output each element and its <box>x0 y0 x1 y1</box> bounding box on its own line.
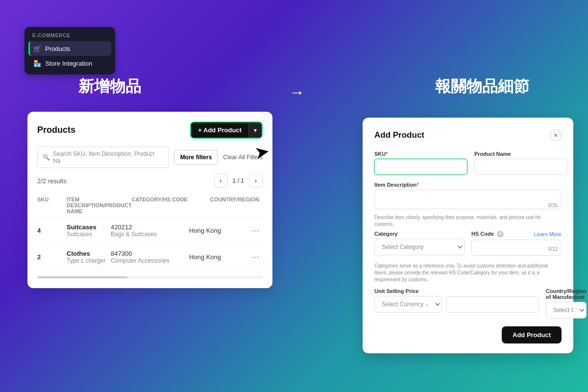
form-row-sku: SKU* Product Name <box>374 151 562 175</box>
hs-code-label: HS Code ? <box>471 231 504 238</box>
col-desc: Item Description/Product Name <box>67 196 132 214</box>
item-desc-wrap: 0/35 <box>374 190 562 211</box>
product-name-label: Product Name <box>474 151 567 157</box>
modal-close-button[interactable]: × <box>550 129 562 141</box>
category-label: Category <box>374 231 465 237</box>
nav-menu: E-COMMERCE 🛒 Products 🏪 Store Integratio… <box>24 27 115 74</box>
product-name-input[interactable] <box>474 159 567 175</box>
hs-label-row: HS Code ? Learn More <box>471 231 562 238</box>
category-select[interactable]: Select Category <box>374 239 465 255</box>
more-filters-button[interactable]: More filters <box>174 150 219 165</box>
item-desc-label: Item Description* <box>374 182 562 188</box>
modal-footer: Add Product <box>374 326 562 343</box>
product-name-field-group: Product Name <box>474 151 567 175</box>
currency-row: Select Currency ⬦ <box>374 296 539 313</box>
table-row: 2 Clothes Type c charger 847300 Computer… <box>37 244 263 270</box>
sku-input[interactable] <box>374 159 467 175</box>
hs-code-input-wrap: 0/12 <box>471 240 562 256</box>
cart-icon: 🛒 <box>33 45 41 52</box>
step-arrow: → <box>289 83 305 101</box>
step-label-add: 新增物品 <box>78 76 141 98</box>
table-header: SKU Item Description/Product Name Catego… <box>37 194 263 218</box>
country-manufacture-label: Country/Region of Manufacture <box>546 288 587 300</box>
form-row-category: Category Select Category HS Code ? Learn… <box>374 231 562 256</box>
row1-cat: 420212 Bags & Suitcases <box>111 223 189 238</box>
pagination-prev[interactable]: ‹ <box>214 174 228 188</box>
sidebar-item-store-integration[interactable]: 🏪 Store Integration <box>28 56 111 71</box>
results-row: 2/2 results ‹ 1 / 1 › <box>37 174 263 188</box>
sidebar-item-products[interactable]: 🛒 Products <box>28 41 111 56</box>
search-placeholder: Search SKU, Item Description, Product Na <box>53 150 164 164</box>
panel-header: Products + Add Product ▾ <box>37 122 263 139</box>
scrollbar-track <box>37 276 263 278</box>
sku-field-group: SKU* <box>374 151 467 175</box>
clear-filters-button[interactable]: Clear All Filters <box>223 154 263 161</box>
category-hint: Categories serve as a reference only. To… <box>374 263 562 283</box>
row1-more-button[interactable]: ··· <box>248 225 263 236</box>
modal-title: Add Product <box>374 130 424 140</box>
col-sku: SKU <box>37 196 67 214</box>
col-country: Country/Region <box>210 196 269 214</box>
modal-add-product-button[interactable]: Add Product <box>502 326 562 343</box>
pagination-current: 1 / 1 <box>230 177 247 184</box>
row1-country: Hong Kong <box>189 227 248 234</box>
country-manufacture-select[interactable]: Select Country/Region <box>546 302 587 318</box>
add-product-dropdown-button[interactable]: ▾ <box>248 123 262 138</box>
price-input[interactable] <box>446 296 539 313</box>
results-count: 2/2 results <box>37 177 67 185</box>
store-icon: 🏪 <box>33 59 41 67</box>
item-desc-input[interactable] <box>374 190 562 209</box>
item-desc-field-group: Item Description* 0/35 Describe item cle… <box>374 182 562 228</box>
hs-code-field-group: HS Code ? Learn More 0/12 <box>471 231 562 256</box>
row2-country: Hong Kong <box>189 253 248 261</box>
col-cat: Category/HS Code <box>132 196 210 214</box>
products-panel: Products + Add Product ▾ 🔍 Search SKU, I… <box>27 112 272 288</box>
step-label-detail: 報關物品細節 <box>435 76 529 98</box>
col-actions <box>269 196 272 214</box>
add-product-button-group[interactable]: + Add Product ▾ <box>190 122 263 139</box>
category-field-group: Category Select Category <box>374 231 465 256</box>
currency-select[interactable]: Select Currency ⬦ <box>374 296 442 313</box>
scrollbar-thumb[interactable] <box>37 276 127 278</box>
hs-code-char-count: 0/12 <box>548 246 558 252</box>
add-product-main-button[interactable]: + Add Product <box>191 122 248 138</box>
search-icon: 🔍 <box>43 154 50 161</box>
form-row-price: Unit Selling Price Select Currency ⬦ Cou… <box>374 288 562 318</box>
sidebar-item-label: Store Integration <box>45 60 92 67</box>
row2-sku: 2 <box>37 253 67 261</box>
row2-cat: 847300 Computer Accessories <box>111 250 189 264</box>
nav-section-label: E-COMMERCE <box>28 31 111 41</box>
sku-label: SKU* <box>374 151 467 157</box>
learn-more-link[interactable]: Learn More <box>534 231 562 237</box>
hs-code-info-icon: ? <box>497 231 504 238</box>
row2-more-button[interactable]: ··· <box>248 252 263 262</box>
country-manufacture-field-group: Country/Region of Manufacture Select Cou… <box>546 288 587 318</box>
row1-desc: Suitcases Suitcases <box>67 223 111 238</box>
item-desc-char-count: 0/35 <box>548 203 558 208</box>
item-desc-hint: Describe item clearly, specifying their … <box>374 214 562 228</box>
unit-price-label: Unit Selling Price <box>374 288 539 294</box>
table-row: 4 Suitcases Suitcases 420212 Bags & Suit… <box>37 218 263 244</box>
panel-title: Products <box>37 125 75 135</box>
search-box[interactable]: 🔍 Search SKU, Item Description, Product … <box>37 147 169 168</box>
unit-price-field-group: Unit Selling Price Select Currency ⬦ <box>374 288 539 318</box>
pagination: ‹ 1 / 1 › <box>214 174 263 188</box>
pagination-next[interactable]: › <box>249 174 263 188</box>
row1-sku: 4 <box>37 227 67 234</box>
modal-header: Add Product × <box>374 129 562 141</box>
sidebar-item-label: Products <box>45 45 70 52</box>
add-product-modal: Add Product × SKU* Product Name Item Des… <box>363 118 573 353</box>
search-row: 🔍 Search SKU, Item Description, Product … <box>37 147 263 168</box>
row2-desc: Clothes Type c charger <box>67 250 111 264</box>
